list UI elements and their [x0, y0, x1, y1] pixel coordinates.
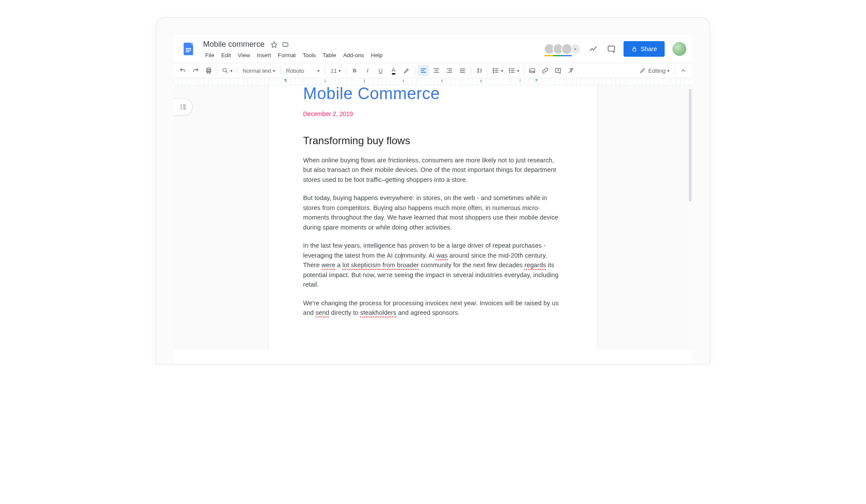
menu-addons[interactable]: Add-ons	[340, 50, 367, 60]
grammar-underline[interactable]: were	[322, 262, 336, 270]
svg-rect-1	[186, 48, 191, 49]
grammar-underline[interactable]: was	[436, 252, 448, 260]
toolbar: ▾ Normal text▾ Roboto▾ 11▾ B I U A ▾ ▾	[174, 63, 692, 78]
ruler-tick: 6	[480, 79, 482, 83]
account-avatar[interactable]	[672, 42, 686, 56]
font-size-input[interactable]: 11▾	[328, 65, 343, 76]
align-left-icon[interactable]	[418, 65, 429, 76]
chevron-down-icon: ▾	[501, 68, 503, 73]
svg-rect-2	[186, 50, 191, 51]
menu-bar: File Edit View Insert Format Tools Table…	[201, 49, 542, 63]
doc-heading-2[interactable]: Transforming buy flows	[303, 135, 563, 147]
underline-icon[interactable]: U	[375, 65, 386, 76]
chevron-down-icon: ▾	[667, 68, 669, 73]
bulleted-list-icon[interactable]: ▾	[507, 65, 521, 76]
ruler-tick: 2	[324, 79, 326, 83]
insert-link-icon[interactable]	[540, 65, 551, 76]
app-header: Mobile commerce File Edit View Insert Fo…	[174, 35, 692, 63]
chevron-down-icon: ▾	[230, 68, 233, 73]
ruler-tick: 4	[402, 79, 404, 83]
redo-icon[interactable]	[190, 65, 201, 76]
ruler-tick: 7	[519, 79, 521, 83]
editing-mode-dropdown[interactable]: Editing▾	[637, 65, 672, 76]
highlight-color-icon[interactable]	[401, 65, 412, 76]
text-color-icon[interactable]: A	[388, 65, 399, 76]
star-icon[interactable]	[271, 41, 278, 48]
insert-image-icon[interactable]	[527, 65, 538, 76]
svg-point-8	[223, 68, 226, 72]
ruler-tick: 5	[441, 79, 443, 83]
grammar-underline[interactable]: lot skepticism	[343, 262, 381, 270]
ruler-tick: 1	[285, 79, 287, 83]
doc-date[interactable]: December 2, 2019	[303, 110, 563, 117]
document-outline-toggle[interactable]	[174, 98, 193, 116]
menu-view[interactable]: View	[235, 50, 253, 60]
ruler[interactable]: ▾ ▾ 1234567	[174, 78, 692, 85]
collapse-toolbar-icon[interactable]	[678, 65, 689, 76]
svg-rect-4	[633, 48, 636, 51]
menu-tools[interactable]: Tools	[300, 50, 319, 60]
checklist-icon[interactable]: ▾	[491, 65, 505, 76]
svg-rect-3	[186, 51, 190, 52]
svg-point-10	[493, 70, 494, 71]
line-spacing-icon[interactable]	[474, 65, 485, 76]
menu-file[interactable]: File	[202, 50, 217, 60]
header-right: + Share	[546, 41, 686, 57]
google-docs-app: Mobile commerce File Edit View Insert Fo…	[174, 35, 692, 364]
share-button-label: Share	[641, 45, 657, 52]
body-paragraph[interactable]: We're changing the process for processin…	[303, 298, 563, 318]
comments-icon[interactable]	[605, 43, 617, 55]
svg-point-9	[493, 68, 494, 69]
activity-icon[interactable]	[587, 43, 599, 55]
docs-logo-icon[interactable]	[180, 40, 197, 58]
italic-icon[interactable]: I	[362, 65, 373, 76]
svg-point-11	[493, 72, 494, 73]
align-center-icon[interactable]	[431, 65, 442, 76]
font-dropdown[interactable]: Roboto▾	[283, 65, 322, 76]
menu-table[interactable]: Table	[320, 50, 339, 60]
collaborator-avatars: +	[546, 43, 581, 55]
indent-marker-right-icon[interactable]: ▾	[535, 78, 537, 82]
paragraph-style-dropdown[interactable]: Normal text▾	[240, 65, 278, 76]
bold-icon[interactable]: B	[349, 65, 360, 76]
clear-formatting-icon[interactable]	[565, 65, 577, 76]
doc-title[interactable]: Mobile commerce	[201, 39, 266, 49]
chevron-down-icon: ▾	[339, 68, 341, 73]
document-page[interactable]: Mobile Commerce December 2, 2019 Transfo…	[268, 85, 598, 349]
laptop-frame: Mobile commerce File Edit View Insert Fo…	[156, 17, 710, 365]
undo-icon[interactable]	[177, 65, 188, 76]
zoom-icon[interactable]: ▾	[220, 65, 234, 76]
ruler-tick: 3	[363, 79, 365, 83]
print-icon[interactable]	[203, 65, 214, 76]
scrollbar[interactable]	[689, 89, 692, 201]
menu-edit[interactable]: Edit	[218, 50, 234, 60]
title-block: Mobile commerce File Edit View Insert Fo…	[201, 39, 542, 63]
menu-format[interactable]: Format	[275, 50, 299, 60]
insert-comment-icon[interactable]	[553, 65, 564, 76]
grammar-underline[interactable]: steakholders	[360, 309, 396, 317]
grammar-underline[interactable]: send	[316, 309, 330, 317]
body-paragraph[interactable]: But today, buying happens everywhere: in…	[303, 193, 563, 232]
body-paragraph[interactable]: In the last few years, intelligence has …	[303, 241, 563, 289]
menu-help[interactable]: Help	[368, 50, 386, 60]
menu-insert[interactable]: Insert	[254, 50, 274, 60]
document-canvas: Mobile Commerce December 2, 2019 Transfo…	[174, 85, 692, 349]
move-folder-icon[interactable]	[282, 41, 289, 48]
align-right-icon[interactable]	[444, 65, 455, 76]
chevron-down-icon: ▾	[517, 68, 519, 73]
doc-heading-1[interactable]: Mobile Commerce	[303, 85, 563, 103]
align-justify-icon[interactable]	[457, 65, 468, 76]
chevron-down-icon: ▾	[317, 68, 320, 73]
grammar-underline[interactable]: regards	[524, 262, 546, 270]
collab-avatar-3[interactable]	[561, 43, 572, 55]
body-paragraph[interactable]: When online buying flows are frictionles…	[303, 155, 563, 184]
share-button[interactable]: Share	[624, 41, 665, 57]
chevron-down-icon: ▾	[273, 68, 275, 73]
grammar-underline[interactable]: from broader	[382, 262, 419, 270]
